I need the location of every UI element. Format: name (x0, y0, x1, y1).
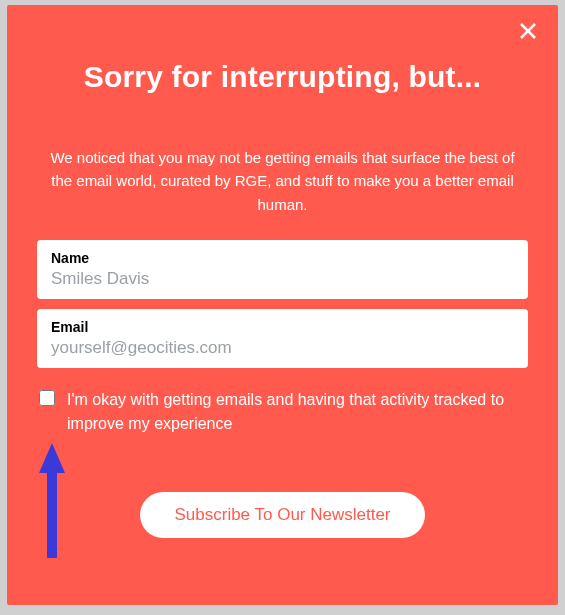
close-icon (519, 22, 537, 40)
subscribe-form: Name Email I'm okay with getting emails … (37, 240, 528, 538)
consent-checkbox[interactable] (39, 390, 55, 406)
email-field-wrapper: Email (37, 309, 528, 368)
newsletter-modal: Sorry for interrupting, but... We notice… (7, 5, 558, 605)
consent-row: I'm okay with getting emails and having … (37, 388, 528, 436)
name-input[interactable] (51, 269, 514, 289)
name-label: Name (51, 250, 514, 266)
email-input[interactable] (51, 338, 514, 358)
name-field-wrapper: Name (37, 240, 528, 299)
close-button[interactable] (516, 19, 540, 43)
email-label: Email (51, 319, 514, 335)
modal-title: Sorry for interrupting, but... (37, 60, 528, 94)
submit-wrapper: Subscribe To Our Newsletter (37, 492, 528, 538)
consent-text: I'm okay with getting emails and having … (67, 388, 526, 436)
subscribe-button[interactable]: Subscribe To Our Newsletter (140, 492, 424, 538)
modal-subtitle: We noticed that you may not be getting e… (37, 146, 528, 216)
